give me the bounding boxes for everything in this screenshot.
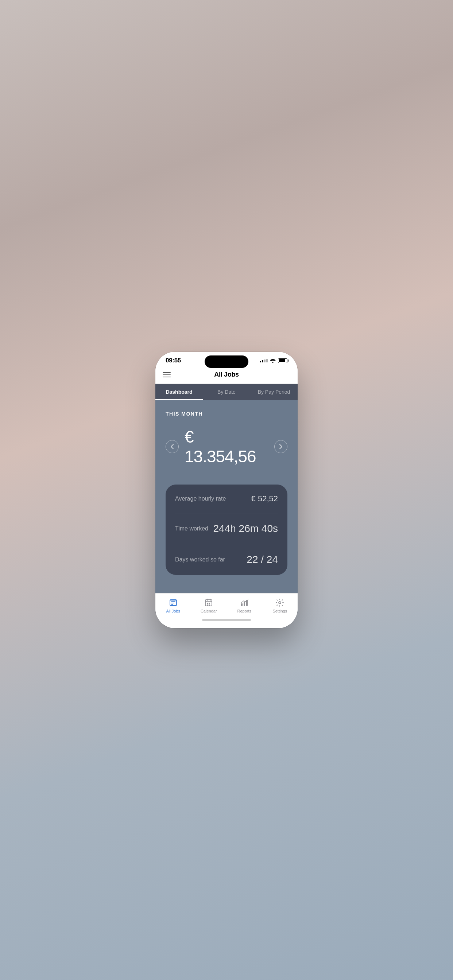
amount-row: € 13.354,56 <box>166 427 287 466</box>
period-label: THIS MONTH <box>166 411 287 417</box>
stat-value-time-worked: 244h 26m 40s <box>214 523 278 535</box>
home-bar <box>202 619 251 621</box>
status-icons <box>260 358 287 363</box>
svg-rect-8 <box>207 603 208 604</box>
bottom-tab-reports-label: Reports <box>237 609 251 613</box>
battery-fill <box>279 359 286 362</box>
svg-rect-11 <box>209 605 210 606</box>
signal-dot-3 <box>264 360 266 363</box>
main-content: THIS MONTH € 13.354,56 Average hourly ra… <box>155 400 298 593</box>
bottom-tab-calendar[interactable]: Calendar <box>191 598 227 613</box>
tab-dashboard[interactable]: Dashboard <box>155 384 203 400</box>
svg-rect-9 <box>209 603 210 604</box>
settings-icon <box>275 598 284 608</box>
tab-by-pay-period[interactable]: By Pay Period <box>250 384 298 400</box>
next-period-button[interactable] <box>274 440 287 453</box>
signal-dot-1 <box>260 361 261 363</box>
bottom-tab-bar: All Jobs Calendar <box>155 593 298 616</box>
wifi-icon <box>270 358 276 363</box>
phone-frame: 09:55 <box>155 352 298 628</box>
dynamic-island <box>205 355 248 368</box>
hamburger-line-2 <box>163 374 171 375</box>
status-time: 09:55 <box>166 357 181 364</box>
bottom-tab-settings-label: Settings <box>273 609 287 613</box>
calendar-icon <box>204 598 214 608</box>
signal-dot-4 <box>266 359 268 363</box>
jobs-icon <box>169 598 178 608</box>
tab-selector: Dashboard By Date By Pay Period <box>155 384 298 400</box>
svg-rect-12 <box>241 603 242 606</box>
stat-label-hourly-rate: Average hourly rate <box>175 495 226 502</box>
stat-value-hourly-rate: € 52,52 <box>251 494 278 503</box>
stat-row-hourly-rate: Average hourly rate € 52,52 <box>175 485 278 513</box>
page-title: All Jobs <box>171 371 282 379</box>
stat-row-days-worked: Days worked so far 22 / 24 <box>175 544 278 575</box>
hamburger-line-3 <box>163 377 171 377</box>
stat-label-time-worked: Time worked <box>175 525 208 532</box>
nav-bar: All Jobs <box>155 367 298 384</box>
prev-period-button[interactable] <box>166 440 179 453</box>
reports-icon <box>239 598 249 608</box>
stat-value-days-worked: 22 / 24 <box>247 554 278 565</box>
bottom-tab-calendar-label: Calendar <box>201 609 217 613</box>
svg-rect-10 <box>207 605 208 606</box>
stats-card: Average hourly rate € 52,52 Time worked … <box>166 485 287 575</box>
status-bar: 09:55 <box>155 352 298 367</box>
main-amount: € 13.354,56 <box>185 427 268 466</box>
svg-rect-13 <box>244 601 245 606</box>
hamburger-menu-button[interactable] <box>163 372 171 377</box>
bottom-tab-all-jobs-label: All Jobs <box>166 609 180 613</box>
tab-by-date[interactable]: By Date <box>203 384 250 400</box>
hamburger-line-1 <box>163 372 171 373</box>
bottom-tab-reports[interactable]: Reports <box>226 598 262 613</box>
signal-dots <box>260 359 268 363</box>
svg-point-15 <box>279 601 281 604</box>
battery-icon <box>278 358 287 363</box>
signal-dot-2 <box>262 360 263 363</box>
bottom-tab-all-jobs[interactable]: All Jobs <box>155 598 191 613</box>
home-indicator <box>155 616 298 628</box>
bottom-tab-settings[interactable]: Settings <box>262 598 298 613</box>
stat-label-days-worked: Days worked so far <box>175 556 225 563</box>
stat-row-time-worked: Time worked 244h 26m 40s <box>175 513 278 544</box>
